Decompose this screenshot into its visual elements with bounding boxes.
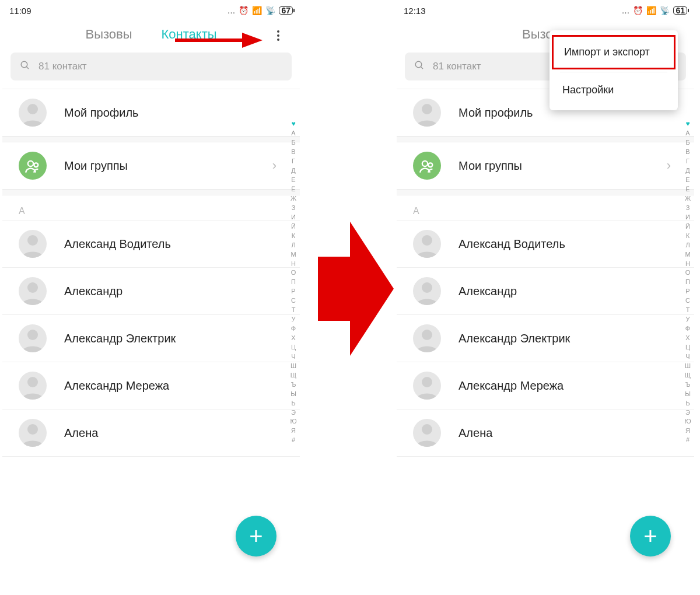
index-letter[interactable]: В bbox=[682, 148, 693, 157]
index-letter[interactable]: К bbox=[288, 232, 299, 241]
index-letter[interactable]: В bbox=[288, 148, 299, 157]
my-groups-row[interactable]: Мои группы › bbox=[397, 142, 694, 190]
index-letter[interactable]: И bbox=[682, 213, 693, 222]
index-letter[interactable]: Д bbox=[682, 166, 693, 176]
index-letter[interactable]: Г bbox=[288, 157, 299, 166]
my-groups-row[interactable]: Мои группы › bbox=[2, 142, 300, 190]
contact-row[interactable]: Александр bbox=[397, 268, 694, 315]
index-letter[interactable]: Д bbox=[288, 166, 299, 176]
contact-row[interactable]: Александр bbox=[2, 268, 300, 315]
signal-icon: 📶 bbox=[252, 6, 262, 15]
index-letter[interactable]: Я bbox=[288, 426, 299, 436]
svg-point-21 bbox=[422, 377, 432, 387]
index-letter[interactable]: Ё bbox=[288, 185, 299, 194]
index-letter[interactable]: Э bbox=[682, 408, 693, 418]
search-input[interactable]: 81 контакт bbox=[10, 52, 292, 80]
index-letter[interactable]: Ы bbox=[288, 390, 299, 399]
index-letter[interactable]: Х bbox=[682, 334, 693, 343]
overflow-menu-icon[interactable] bbox=[272, 29, 285, 42]
index-letter[interactable]: Е bbox=[682, 176, 693, 185]
index-letter[interactable]: Н bbox=[288, 260, 299, 269]
contact-row[interactable]: Александ Водитель bbox=[2, 220, 300, 268]
index-letter[interactable]: Ш bbox=[288, 362, 299, 371]
index-letter[interactable]: Т bbox=[682, 306, 693, 315]
index-letter[interactable]: М bbox=[682, 250, 693, 260]
index-letter[interactable]: М bbox=[288, 250, 299, 260]
index-letter[interactable]: Р bbox=[288, 287, 299, 296]
index-letter[interactable]: Ъ bbox=[288, 380, 299, 390]
menu-item-settings[interactable]: Настройки bbox=[550, 72, 678, 108]
index-letter[interactable]: Ц bbox=[288, 343, 299, 352]
index-letter[interactable]: # bbox=[288, 436, 299, 445]
index-letter[interactable]: Ф bbox=[288, 324, 299, 334]
index-letter[interactable]: Ъ bbox=[682, 380, 693, 390]
index-letter[interactable]: Н bbox=[682, 260, 693, 269]
index-letter[interactable]: Щ bbox=[682, 371, 693, 380]
index-letter[interactable]: Й bbox=[682, 222, 693, 232]
tab-calls[interactable]: Вызовы bbox=[85, 27, 132, 42]
svg-point-15 bbox=[422, 104, 432, 114]
index-letter[interactable]: Ю bbox=[288, 417, 299, 426]
index-letter[interactable]: Щ bbox=[288, 371, 299, 380]
battery-icon: 61 bbox=[673, 6, 687, 15]
add-contact-fab[interactable]: + bbox=[236, 516, 276, 556]
index-letter[interactable]: Г bbox=[682, 157, 693, 166]
index-letter[interactable]: Ь bbox=[682, 399, 693, 408]
contact-row[interactable]: Александр Электрик bbox=[397, 315, 694, 362]
index-letter[interactable]: Х bbox=[288, 334, 299, 343]
index-letter[interactable]: О bbox=[682, 268, 693, 278]
index-letter[interactable]: К bbox=[682, 232, 693, 241]
my-profile-row[interactable]: Мой профиль bbox=[2, 89, 300, 136]
index-letter[interactable]: Л bbox=[288, 241, 299, 250]
index-letter[interactable]: А bbox=[288, 129, 299, 138]
avatar-icon bbox=[413, 230, 441, 258]
index-letter[interactable]: С bbox=[682, 296, 693, 306]
index-letter[interactable]: Ч bbox=[288, 352, 299, 362]
search-placeholder: 81 контакт bbox=[38, 61, 87, 72]
index-letter[interactable]: Й bbox=[288, 222, 299, 232]
index-letter[interactable]: У bbox=[682, 315, 693, 324]
index-letter[interactable]: Ч bbox=[682, 352, 693, 362]
index-letter[interactable]: Ю bbox=[682, 417, 693, 426]
contact-row[interactable]: Александ Водитель bbox=[397, 220, 694, 268]
index-letter[interactable]: Ш bbox=[682, 362, 693, 371]
index-letter[interactable]: П bbox=[682, 278, 693, 287]
index-letter[interactable]: И bbox=[288, 213, 299, 222]
index-letter[interactable]: А bbox=[682, 129, 693, 138]
svg-point-5 bbox=[27, 235, 38, 246]
menu-item-import-export[interactable]: Импорт и экспорт bbox=[552, 35, 676, 69]
index-letter[interactable]: Т bbox=[288, 306, 299, 315]
index-letter[interactable]: Ж bbox=[682, 194, 693, 204]
contact-row[interactable]: Александр Мережа bbox=[397, 362, 694, 410]
index-letter[interactable]: Ы bbox=[682, 390, 693, 399]
svg-line-14 bbox=[421, 66, 423, 69]
contact-row[interactable]: Александр Мережа bbox=[2, 362, 300, 410]
index-letter[interactable]: Э bbox=[288, 408, 299, 418]
contact-row[interactable]: Алена bbox=[397, 410, 694, 457]
index-letter[interactable]: Б bbox=[682, 138, 693, 148]
index-letter[interactable]: З bbox=[288, 204, 299, 213]
index-letter[interactable]: У bbox=[288, 315, 299, 324]
contact-row[interactable]: Алена bbox=[2, 410, 300, 457]
index-letter[interactable]: Б bbox=[288, 138, 299, 148]
index-letter[interactable]: Е bbox=[288, 176, 299, 185]
index-letter[interactable]: Ж bbox=[288, 194, 299, 204]
index-letter[interactable]: Я bbox=[682, 426, 693, 436]
index-letter[interactable]: Л bbox=[682, 241, 693, 250]
svg-marker-12 bbox=[318, 222, 394, 356]
add-contact-fab[interactable]: + bbox=[630, 516, 671, 556]
index-letter[interactable]: Ф bbox=[682, 324, 693, 334]
index-letter[interactable]: П bbox=[288, 278, 299, 287]
index-letter[interactable]: Ь bbox=[288, 399, 299, 408]
my-groups-label: Мои группы bbox=[459, 159, 522, 173]
index-letter[interactable]: О bbox=[288, 268, 299, 278]
index-letter[interactable]: # bbox=[682, 436, 693, 445]
index-letter[interactable]: Ц bbox=[682, 343, 693, 352]
index-letter[interactable]: С bbox=[288, 296, 299, 306]
alpha-index-left[interactable]: ♥ АБВГДЕЁЖЗИЙКЛМНОПРСТУФХЦЧШЩЪЫЬЭЮЯ# bbox=[288, 119, 299, 445]
index-letter[interactable]: З bbox=[682, 204, 693, 213]
contact-row[interactable]: Александр Электрик bbox=[2, 315, 300, 362]
alpha-index-right[interactable]: ♥ АБВГДЕЁЖЗИЙКЛМНОПРСТУФХЦЧШЩЪЫЬЭЮЯ# bbox=[682, 119, 693, 445]
index-letter[interactable]: Ё bbox=[682, 185, 693, 194]
index-letter[interactable]: Р bbox=[682, 287, 693, 296]
